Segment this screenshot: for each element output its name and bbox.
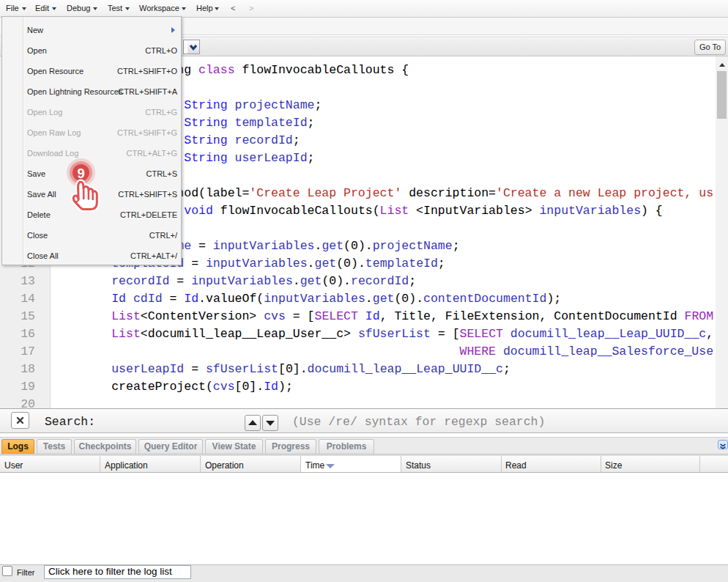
svg-text:9: 9 [77,166,84,181]
